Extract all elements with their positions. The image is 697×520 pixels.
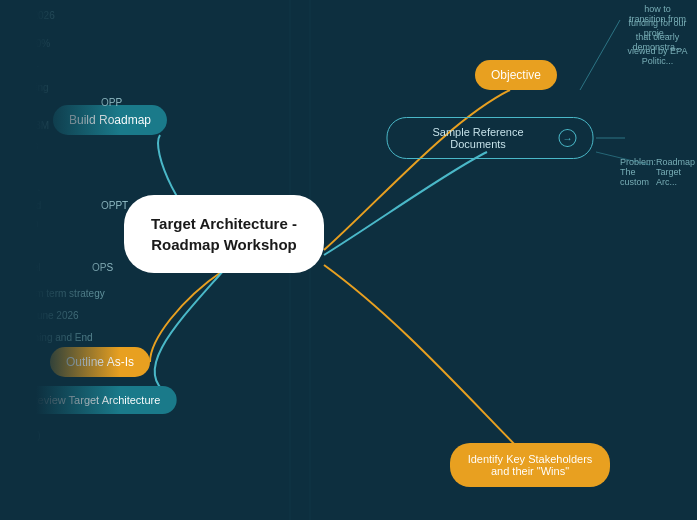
sample-ref-docs-label: Sample Reference Documents <box>404 126 553 150</box>
center-label: Target Architecture - Roadmap Workshop <box>146 213 302 255</box>
info-badge[interactable]: → <box>559 129 577 147</box>
right-text-4: viewed by EPA Politic... <box>620 44 695 68</box>
identify-stakeholders-node[interactable]: Identify Key Stakeholders and their "Win… <box>450 443 610 487</box>
mindmap-canvas: Target Architecture - Roadmap Workshop B… <box>0 0 697 520</box>
outline-as-is-node[interactable]: Outline As-Is <box>50 347 150 377</box>
left-statit: stat it... <box>2 180 46 195</box>
oppt-label: OPPT <box>95 198 134 213</box>
left-millions: s – $13M <box>2 118 55 133</box>
left-when: when <box>2 234 38 249</box>
identify-stakeholders-label: Identify Key Stakeholders and their "Win… <box>464 453 596 477</box>
left-excel: t, Excel <box>2 260 47 275</box>
ops-label: OPS <box>86 260 119 275</box>
left-percent: 26 – 50% <box>2 36 56 51</box>
review-target-arch-node[interactable]: Review Target Architecture <box>14 386 177 414</box>
opp-label: OPP <box>95 95 128 110</box>
left-after-june: After June 2026 <box>2 308 85 323</box>
objective-label: Objective <box>491 68 541 82</box>
save-label: (SAVE) <box>2 428 47 443</box>
left-june2026: June 2026 <box>2 8 61 23</box>
svg-line-2 <box>580 20 620 90</box>
problem-line2: Roadmap Target Arc... <box>656 157 695 187</box>
left-2026: 2026 – <box>2 58 45 73</box>
left-rations: rations <box>2 138 44 153</box>
left-beginning: Beginning and End <box>2 330 99 345</box>
problem-line1: Problem: The custom <box>620 157 656 187</box>
objective-node[interactable]: Objective <box>475 60 557 90</box>
center-node[interactable]: Target Architecture - Roadmap Workshop <box>124 195 324 273</box>
problem-text: Problem: The custom Roadmap Target Arc..… <box>620 155 695 189</box>
left-created: created <box>2 198 47 213</box>
left-funding: s funding <box>2 80 55 95</box>
left-gration: gration <box>2 216 45 231</box>
outline-as-is-label: Outline As-Is <box>66 355 134 369</box>
left-strategy: medium term strategy <box>2 286 111 301</box>
build-roadmap-label: Build Roadmap <box>69 113 151 127</box>
review-target-arch-label: Review Target Architecture <box>30 394 161 406</box>
sample-ref-docs-node[interactable]: Sample Reference Documents → <box>387 117 594 159</box>
left-dash: d – <box>2 98 28 113</box>
